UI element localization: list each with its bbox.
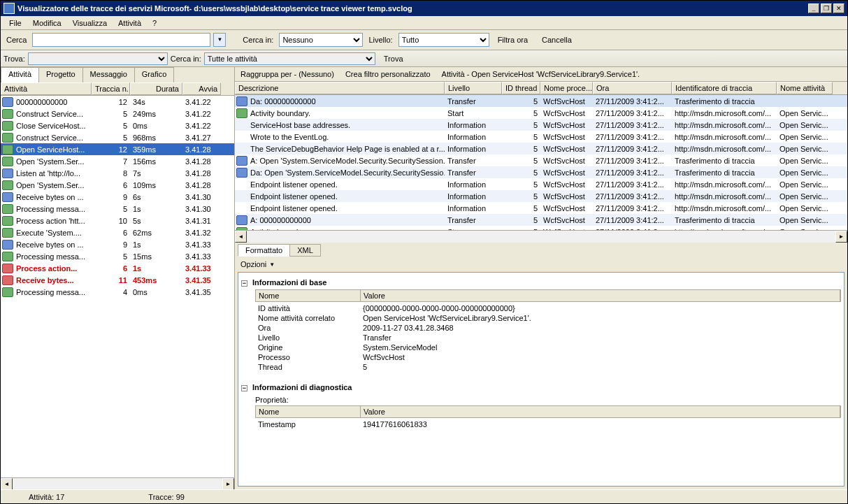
traces-hscrollbar[interactable]: ◄ ► (235, 230, 847, 242)
trace-row[interactable]: Da: 000000000000Transfer5WcfSvcHost27/11… (235, 95, 847, 107)
tab-messaggio[interactable]: Messaggio (82, 67, 135, 82)
trace-count: Tracce: 99 (148, 493, 185, 501)
find-in-select[interactable]: Tutte le attività (204, 52, 375, 65)
activity-row[interactable]: Close ServiceHost...50ms3.41.22 (1, 120, 234, 131)
col-header[interactable]: Attività (1, 82, 92, 95)
cancel-button[interactable]: Cancella (536, 33, 577, 47)
trace-icon (236, 96, 247, 106)
activity-row[interactable]: Open 'System.Ser...6109ms3.41.28 (1, 179, 234, 191)
detail-body[interactable]: − Informazioni di base Nome Valore ID at… (238, 272, 845, 487)
tab-progetto[interactable]: Progetto (38, 67, 83, 82)
col-header[interactable]: ID thread (502, 82, 540, 94)
col-header[interactable]: Nome proce... (540, 82, 593, 94)
trace-row[interactable]: Da: Open 'System.ServiceModel.Security.S… (235, 166, 847, 178)
activity-icon (2, 109, 13, 119)
filter-now-button[interactable]: Filtra ora (492, 33, 533, 47)
window-title: Visualizzatore delle tracce dei servizi … (17, 4, 808, 13)
basic-info-section[interactable]: − Informazioni di base (241, 275, 841, 289)
col-header[interactable]: Ora (593, 82, 672, 94)
activity-row[interactable]: Processing messa...515ms3.41.33 (1, 250, 234, 262)
scroll-left-button[interactable]: ◄ (235, 231, 247, 243)
group-by-link[interactable]: Raggruppa per - (Nessuno) (240, 70, 334, 78)
activity-row[interactable]: Open ServiceHost...12359ms3.41.28 (1, 143, 234, 155)
detail-tab-formattato[interactable]: Formattato (238, 244, 290, 257)
col-header[interactable]: Livello (445, 82, 502, 94)
hscrollbar[interactable]: ◄ ► (1, 477, 234, 489)
activity-row[interactable]: 0000000000001234s3.41.22 (1, 96, 234, 108)
trace-row[interactable]: Endpoint listener opened.Information5Wcf… (235, 190, 847, 202)
livello-label: Livello: (366, 36, 395, 44)
collapse-icon[interactable]: − (241, 280, 247, 287)
trace-icon (236, 215, 247, 225)
activity-row[interactable]: Processing messa...51s3.41.30 (1, 203, 234, 215)
filter-bar: Raggruppa per - (Nessuno) Crea filtro pe… (235, 67, 847, 82)
activity-icon (2, 192, 13, 202)
tab-grafico[interactable]: Grafico (134, 67, 174, 82)
menu-file[interactable]: File (3, 17, 27, 28)
traces-header: DescrizioneLivelloID threadNome proce...… (235, 82, 847, 95)
trace-row[interactable]: Endpoint listener opened.Information5Wcf… (235, 178, 847, 190)
trace-row[interactable]: ServiceHost base addresses.Information5W… (235, 119, 847, 131)
col-header[interactable]: Identificatore di traccia (672, 82, 777, 94)
activity-row[interactable]: Process action...61s3.41.33 (1, 262, 234, 274)
trace-row[interactable]: A: Open 'System.ServiceModel.Security.Se… (235, 154, 847, 166)
activity-row[interactable]: Receive bytes on ...96s3.41.30 (1, 191, 234, 203)
activity-icon (2, 180, 13, 190)
property-row: Nome attività correlatoOpen ServiceHost … (255, 313, 841, 323)
detail-tab-xml[interactable]: XML (289, 244, 321, 257)
maximize-button[interactable]: ❐ (821, 3, 832, 13)
trace-row[interactable]: Activity boundary.Start5WcfSvcHost27/11/… (235, 107, 847, 119)
col-header[interactable]: Nome attività (777, 82, 833, 94)
left-tabs: AttivitàProgettoMessaggioGrafico (1, 67, 234, 82)
menu-visualizza[interactable]: Visualizza (67, 17, 113, 28)
activity-row[interactable]: Processing messa...40ms3.41.35 (1, 286, 234, 298)
activity-icon (2, 145, 13, 154)
activity-icon (2, 121, 13, 131)
options-dropdown[interactable]: Opzioni ▼ (235, 257, 847, 272)
trace-row[interactable]: A: 000000000000Transfer5WcfSvcHost27/11/… (235, 214, 847, 226)
search-toolbar: Cerca ▼ Cerca in: Nessuno Livello: Tutto… (1, 30, 847, 50)
activity-row[interactable]: Construct Service...5249ms3.41.22 (1, 108, 234, 120)
activity-icon (2, 97, 13, 107)
trace-row[interactable]: Endpoint listener opened.Information5Wcf… (235, 202, 847, 214)
activity-row[interactable]: Receive bytes on ...91s3.41.33 (1, 238, 234, 250)
scroll-left-button[interactable]: ◄ (1, 478, 13, 490)
col-header[interactable]: Traccia n. (92, 82, 130, 95)
tab-attività[interactable]: Attività (1, 67, 39, 82)
activity-row[interactable]: Process action 'htt...105s3.41.31 (1, 215, 234, 226)
minimize-button[interactable]: _ (808, 3, 819, 13)
close-button[interactable]: ✕ (833, 3, 845, 13)
search-in-select[interactable]: Nessuno (279, 33, 363, 47)
col-header[interactable]: Avvia (182, 82, 221, 95)
find-select[interactable] (28, 52, 168, 65)
activity-row[interactable]: Receive bytes...11453ms3.41.35 (1, 274, 234, 286)
activity-icon (2, 204, 13, 214)
activity-row[interactable]: Execute 'System....662ms3.41.32 (1, 226, 234, 238)
find-button[interactable]: Trova (378, 55, 409, 63)
trace-icon (236, 168, 247, 178)
col-header[interactable]: Descrizione (235, 82, 445, 94)
menu-modifica[interactable]: Modifica (27, 17, 67, 28)
titlebar[interactable]: Visualizzatore delle tracce dei servizi … (1, 1, 847, 16)
activities-list[interactable]: 0000000000001234s3.41.22Construct Servic… (1, 96, 234, 477)
menu-?[interactable]: ? (147, 17, 162, 28)
activity-icon (2, 157, 13, 166)
level-select[interactable]: Tutto (398, 33, 489, 47)
search-input[interactable] (32, 33, 210, 47)
activity-icon (2, 133, 13, 143)
activity-row[interactable]: Construct Service...5968ms3.41.27 (1, 131, 234, 143)
find-cercain-label: Cerca in: (171, 55, 201, 63)
collapse-icon[interactable]: − (241, 385, 247, 391)
menu-attività[interactable]: Attività (113, 17, 147, 28)
scroll-right-button[interactable]: ► (835, 231, 847, 243)
activity-row[interactable]: Listen at 'http://lo...87s3.41.28 (1, 167, 234, 179)
scroll-right-button[interactable]: ► (222, 478, 234, 490)
traces-list[interactable]: Da: 000000000000Transfer5WcfSvcHost27/11… (235, 95, 847, 230)
activity-row[interactable]: Open 'System.Ser...7156ms3.41.28 (1, 155, 234, 167)
col-header[interactable]: Durata (130, 82, 182, 95)
create-filter-link[interactable]: Crea filtro personalizzato (345, 70, 431, 78)
search-dropdown[interactable]: ▼ (213, 33, 226, 47)
trace-row[interactable]: Wrote to the EventLog.Information5WcfSvc… (235, 131, 847, 143)
trace-row[interactable]: The ServiceDebugBehavior Help Page is en… (235, 143, 847, 154)
diag-info-section[interactable]: − Informazioni di diagnostica (241, 380, 841, 394)
